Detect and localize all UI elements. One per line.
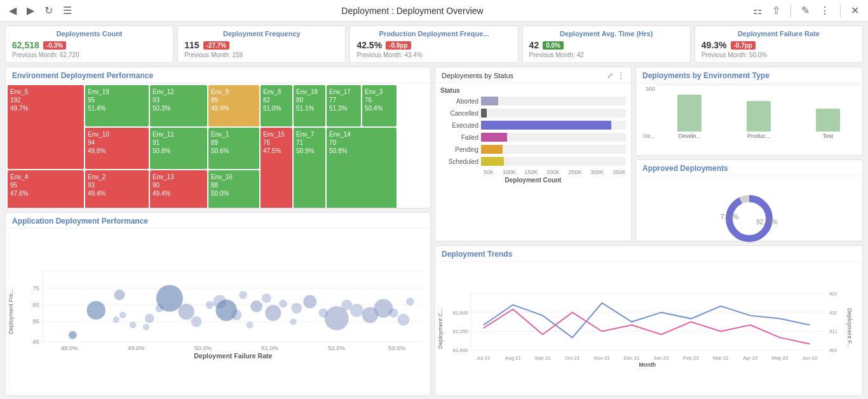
svg-text:Dec 21: Dec 21 bbox=[624, 355, 641, 361]
treemap-cell-env8[interactable]: Env_88251.0% bbox=[261, 85, 292, 126]
status-bar-bg-2 bbox=[481, 121, 626, 130]
kpi-card-3: Deployment Avg. Time (Hrs) 42 0.0% Previ… bbox=[522, 25, 691, 63]
bar-produc bbox=[747, 101, 771, 132]
svg-text:52.0%: 52.0% bbox=[328, 344, 345, 351]
treemap-cell-env5[interactable]: Env_519249.7% bbox=[8, 85, 84, 169]
treemap-cell-env16[interactable]: Env_168850.0% bbox=[208, 170, 259, 208]
treemap-cell-env15[interactable]: Env_157647.5% bbox=[261, 128, 292, 208]
svg-text:428: 428 bbox=[829, 291, 837, 297]
env-type-chart: 300 De... Develo... bbox=[636, 83, 862, 152]
left-column: Environment Deployment Performance Env_5… bbox=[5, 67, 431, 396]
trends-panel: Deployment Trends Deployment C... 61,800… bbox=[435, 245, 863, 396]
treemap-cell-env14[interactable]: Env_147050.8% bbox=[327, 128, 397, 208]
svg-text:May 22: May 22 bbox=[772, 355, 789, 361]
kpi-badge-4: -0.7pp bbox=[731, 41, 756, 50]
svg-point-47 bbox=[112, 316, 119, 323]
svg-text:Sep 21: Sep 21 bbox=[534, 355, 551, 361]
svg-point-50 bbox=[290, 318, 297, 325]
close-button[interactable]: ✕ bbox=[848, 3, 862, 18]
svg-text:Jul 21: Jul 21 bbox=[477, 355, 491, 361]
status-bar-row-0: Aborted bbox=[440, 97, 626, 105]
kpi-value-0: 62,518 bbox=[12, 40, 39, 50]
svg-point-30 bbox=[231, 309, 242, 320]
svg-text:404: 404 bbox=[829, 348, 837, 353]
kpi-card-0: Deployments Count 62,518 -0.3% Previous … bbox=[5, 25, 173, 63]
svg-point-37 bbox=[303, 295, 316, 308]
back-button[interactable]: ◀ bbox=[6, 3, 19, 18]
right-top-section: Deployments by Status ⤢ ⋮ Status Aborted… bbox=[435, 67, 863, 241]
treemap-cell-env18[interactable]: Env_188051.1% bbox=[294, 85, 325, 126]
donut-container: 7.21% 92.79% bbox=[636, 176, 862, 239]
kpi-body-1: 115 -27.7% bbox=[184, 40, 339, 50]
expand-icon[interactable]: ⤢ bbox=[607, 71, 613, 80]
env-type-panel: Deployments by Environment Type 300 De..… bbox=[635, 67, 863, 156]
status-bar-row-4: Pending bbox=[440, 145, 626, 154]
treemap-cell-env3[interactable]: Env_37650.4% bbox=[362, 85, 397, 126]
bar-label-test: Test bbox=[822, 133, 833, 139]
x-axis-title: Deployment Count bbox=[440, 177, 626, 184]
treemap-cell-env17[interactable]: Env_177751.3% bbox=[327, 85, 361, 126]
svg-text:62,200: 62,200 bbox=[452, 328, 468, 334]
svg-point-46 bbox=[406, 297, 414, 306]
svg-point-45 bbox=[397, 314, 409, 326]
status-bars: Aborted Cancelled Executed Failed Pendin… bbox=[440, 97, 626, 166]
treemap-cell-env4[interactable]: Env_49547.6% bbox=[8, 170, 84, 208]
svg-point-33 bbox=[262, 294, 271, 303]
treemap-cell-env7[interactable]: Env_77150.9% bbox=[294, 128, 325, 208]
svg-text:49.0%: 49.0% bbox=[128, 344, 145, 351]
bar-group-develo: Develo... bbox=[658, 95, 722, 139]
svg-point-24 bbox=[156, 285, 183, 311]
treemap-cell-env11[interactable]: Env_119150.8% bbox=[150, 128, 207, 169]
svg-text:55: 55 bbox=[32, 318, 39, 325]
kpi-title-1: Deployment Frequency bbox=[184, 30, 339, 37]
svg-point-35 bbox=[279, 300, 287, 308]
kpi-row: Deployments Count 62,518 -0.3% Previous … bbox=[0, 22, 868, 67]
kpi-prev-4: Previous Month: 50.0% bbox=[702, 51, 856, 58]
env-type-title: Deployments by Environment Type bbox=[636, 67, 862, 83]
more-options-icon[interactable]: ⋮ bbox=[617, 71, 625, 80]
svg-point-19 bbox=[114, 290, 125, 301]
status-label-3: Failed bbox=[440, 134, 478, 141]
kpi-prev-3: Previous Month: 42 bbox=[529, 51, 684, 58]
list-button[interactable]: ☰ bbox=[60, 3, 74, 18]
kpi-title-3: Deployment Avg. Time (Hrs) bbox=[529, 30, 684, 37]
env-type-y-axis: 300 De... bbox=[639, 85, 658, 151]
status-bar-fill-3 bbox=[481, 133, 507, 142]
treemap-cell-env9[interactable]: Env_98949.9% bbox=[208, 85, 259, 126]
forward-button[interactable]: ▶ bbox=[24, 3, 37, 18]
svg-text:Jan 22: Jan 22 bbox=[654, 355, 669, 361]
status-bar-row-3: Failed bbox=[440, 133, 626, 142]
filter-button[interactable]: ⚏ bbox=[750, 3, 764, 18]
donut-label-approved: 92.79% bbox=[756, 219, 778, 226]
treemap-cell-env12[interactable]: Env_129350.3% bbox=[150, 85, 207, 126]
svg-point-26 bbox=[191, 316, 202, 327]
trends-y-left-label: Deployment C... bbox=[435, 262, 445, 395]
treemap-cell-env1[interactable]: Env_18950.6% bbox=[208, 128, 259, 169]
share-button[interactable]: ⇧ bbox=[770, 3, 783, 18]
status-panel-header: Deployments by Status ⤢ ⋮ bbox=[435, 67, 631, 83]
kpi-value-1: 115 bbox=[184, 40, 199, 50]
treemap-cell-env19[interactable]: Env_199551.4% bbox=[85, 85, 149, 126]
approved-title: Approved Deployments bbox=[636, 160, 862, 176]
status-bar-row-1: Cancelled bbox=[440, 109, 626, 118]
status-col-header: Status bbox=[440, 87, 626, 94]
trends-chart-area: 61,800 62,200 62,600 404 412 420 428 Jul… bbox=[445, 262, 837, 395]
status-bar-fill-1 bbox=[481, 109, 487, 118]
more-button[interactable]: ⋮ bbox=[817, 3, 832, 18]
kpi-value-2: 42.5% bbox=[356, 40, 382, 50]
treemap-cell-env13[interactable]: Env_139049.4% bbox=[150, 170, 207, 208]
trends-svg: 61,800 62,200 62,600 404 412 420 428 Jul… bbox=[445, 262, 837, 395]
svg-text:420: 420 bbox=[829, 310, 837, 316]
treemap-cell-env10[interactable]: Env_109449.8% bbox=[85, 128, 149, 169]
refresh-button[interactable]: ↻ bbox=[42, 3, 55, 18]
edit-button[interactable]: ✎ bbox=[799, 3, 812, 18]
kpi-title-2: Production Deployment Freque... bbox=[356, 30, 511, 37]
kpi-title-4: Deployment Failure Rate bbox=[702, 30, 856, 37]
treemap-cell-env2[interactable]: Env_29349.4% bbox=[85, 170, 149, 208]
trends-y-right-label: Deployment F... bbox=[837, 262, 862, 395]
svg-point-31 bbox=[239, 291, 247, 299]
svg-point-36 bbox=[291, 303, 302, 314]
kpi-card-4: Deployment Failure Rate 49.3% -0.7pp Pre… bbox=[695, 25, 863, 63]
app-header: ◀ ▶ ↻ ☰ Deployment : Deployment Overview… bbox=[0, 0, 868, 22]
svg-text:Mar 22: Mar 22 bbox=[713, 355, 729, 361]
